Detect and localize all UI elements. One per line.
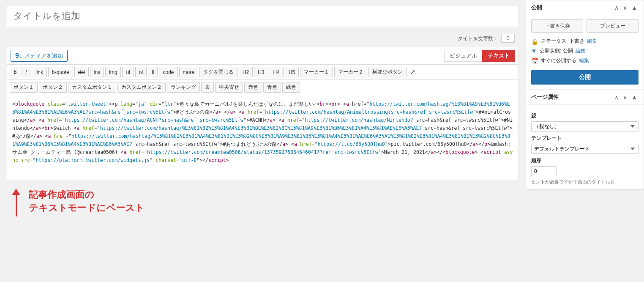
toolbar-red[interactable]: 赤色 [244,82,262,93]
publish-action-row: 下書き保存 プレビュー [531,19,639,33]
page-attr-header: ページ属性 ∧ ∨ ▲ [526,90,644,105]
char-count-row: タイトル文字数： 0 [7,32,519,44]
toolbar-h3[interactable]: H3 [254,67,268,77]
title-section [7,5,519,27]
toolbar-custom-btn1[interactable]: カスタムボタン１ [68,82,116,93]
char-count-value: 0 [501,34,515,43]
parent-label: 親 [531,112,639,120]
publish-collapse-up[interactable]: ∧ [613,4,620,11]
toolbar-code[interactable]: code [159,67,177,77]
toolbar-italic[interactable]: i [22,67,30,77]
editor-top-row: 9↓ メディアを追加 ビジュアル テキスト [7,47,518,65]
visibility-row: 👁 公開状態: 公開 編集 [531,47,639,55]
mode-buttons: ビジュアル テキスト [444,50,515,62]
toolbar-ins[interactable]: ins [90,67,104,77]
order-input[interactable] [531,166,557,176]
publish-collapse-down[interactable]: ∨ [622,4,628,11]
toolbar-marker2[interactable]: マーカー２ [334,67,367,77]
schedule-edit-link[interactable]: 編集 [579,57,589,64]
schedule-icon: 📅 [531,57,538,64]
toolbar-button2[interactable]: ボタン２ [39,82,67,93]
toolbar-row-1: b i link b-quote del ins img ul ol li co… [7,65,518,80]
char-count-label: タイトル文字数： [458,36,498,41]
toolbar-ranking[interactable]: ランキング [167,82,200,93]
toolbar-h5[interactable]: H5 [285,67,299,77]
page-attr-body: 親 （親なし） テンプレート デフォルトテンプレート 順序 ヒントが必要ですか？… [526,105,644,189]
toolbar-marker1[interactable]: マーカー１ [300,67,333,77]
sidebar: 公開 ∧ ∨ ▲ 下書き保存 プレビュー 🔒 ステータス: 下書き 編集 [526,0,644,282]
schedule-row: 📅 すぐに公開する 編集 [531,57,639,64]
status-edit-link[interactable]: 編集 [587,38,597,45]
annotation-text: 記事作成画面のテキストモードにペースト [29,189,145,215]
parent-select[interactable]: （親なし） [531,121,639,131]
add-media-icon: 9↓ [15,52,22,60]
publish-panel-controls: ∧ ∨ ▲ [613,4,639,11]
toolbar-bquote[interactable]: b-quote [48,67,73,77]
publish-pin[interactable]: ▲ [630,4,639,11]
page-attr-collapse-up[interactable]: ∧ [613,94,620,101]
order-label: 順序 [531,157,639,164]
hint-text: ヒントが必要ですか？画面のタイトルと [531,179,639,185]
toolbar-custom-btn2[interactable]: カスタムボタン２ [117,82,166,93]
template-label: テンプレート [531,135,639,142]
toolbar-blue[interactable]: 青色 [263,82,281,93]
annotation-area: 記事作成画面のテキストモードにペースト [7,180,519,221]
add-media-button[interactable]: 9↓ メディアを追加 [11,50,68,62]
toolbar-more[interactable]: more [179,67,198,77]
arrow-line [16,195,17,216]
toolbar-expand-button[interactable]: ⤢ [408,67,418,77]
arrow-up-icon [12,189,20,195]
page-attr-panel: ページ属性 ∧ ∨ ▲ 親 （親なし） テンプレート デフォルトテンプレート 順… [526,90,644,190]
editor-area: 9↓ メディアを追加 ビジュアル テキスト b i link b-quote d… [7,47,519,180]
page-attr-controls: ∧ ∨ ▲ [613,94,639,101]
toolbar-center[interactable]: 中央寄せ [215,82,243,93]
status-row: 🔒 ステータス: 下書き 編集 [531,38,639,45]
visibility-icon: 👁 [531,48,537,55]
toolbar-link[interactable]: link [32,67,47,77]
publish-panel: 公開 ∧ ∨ ▲ 下書き保存 プレビュー 🔒 ステータス: 下書き 編集 [526,0,644,89]
status-label: ステータス: 下書き [541,38,584,45]
toolbar-bold[interactable]: b [10,67,20,77]
page-attr-collapse-down[interactable]: ∨ [622,94,628,101]
toolbar-ol[interactable]: ol [135,67,147,77]
annotation-arrow [12,189,20,216]
status-icon: 🔒 [531,38,538,45]
toolbar-table[interactable]: 表 [201,82,214,93]
publish-panel-title: 公開 [531,4,542,11]
page-attr-title: ページ属性 [531,93,559,101]
template-select[interactable]: デフォルトテンプレート [531,144,639,154]
toolbar-row-2: ボタン１ ボタン２ カスタムボタン１ カスタムボタン２ ランキング 表 中央寄せ… [7,80,518,95]
publish-panel-body: 下書き保存 プレビュー 🔒 ステータス: 下書き 編集 👁 公開状態: 公開 編… [526,15,644,89]
title-input[interactable] [7,5,518,27]
toolbar-li[interactable]: li [148,67,158,77]
toolbar-button1[interactable]: ボタン１ [10,82,38,93]
toolbar-img[interactable]: img [105,67,121,77]
page-attr-pin[interactable]: ▲ [630,94,639,101]
toolbar-del[interactable]: del [74,67,89,77]
toolbar-green[interactable]: 緑色 [282,82,300,93]
visibility-label: 公開状態: 公開 [540,47,573,55]
toolbar-h4[interactable]: H4 [270,67,284,77]
text-mode-button[interactable]: テキスト [482,50,515,62]
schedule-label: すぐに公開する [541,57,576,64]
visibility-edit-link[interactable]: 編集 [576,47,586,55]
publish-panel-header: 公開 ∧ ∨ ▲ [526,0,644,15]
toolbar-ul[interactable]: ul [122,67,134,77]
toolbar-side-button[interactable]: 横並びボタン [368,67,407,77]
add-media-label: メディアを追加 [25,52,63,60]
toolbar-h2[interactable]: H2 [239,67,253,77]
publish-button[interactable]: 公開 [531,70,639,85]
visual-mode-button[interactable]: ビジュアル [444,50,482,62]
toolbar-close-tag[interactable]: タグを閉じる [199,67,237,77]
draft-save-button[interactable]: 下書き保存 [531,19,583,33]
editor-content[interactable]: <blockquote class="twitter-tweet"><p lan… [7,95,518,180]
preview-button[interactable]: プレビュー [587,19,639,33]
